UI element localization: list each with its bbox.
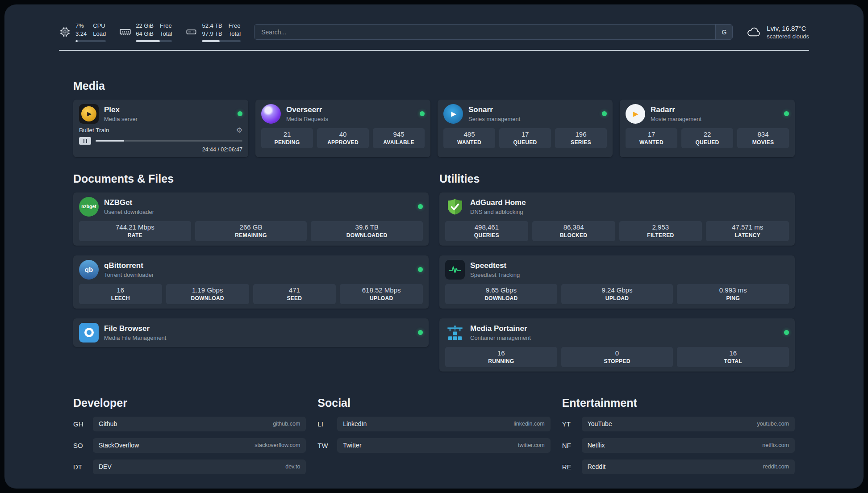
gear-icon[interactable]: ⚙ [236,127,242,134]
seek-bar[interactable] [96,140,242,142]
stat-label: LEECH [81,295,160,301]
stat-download: 9.65 Gbps DOWNLOAD [445,284,557,304]
stat-value: 86,384 [534,223,613,231]
bookmark-netflix[interactable]: NF Netflix netflix.com [562,438,795,453]
stat-wanted: 485 WANTED [443,128,495,148]
service-card-qbittorrent[interactable]: qb qBittorrent Torrent downloader 16 LEE… [73,255,429,309]
stat-label: DOWNLOADED [313,232,421,238]
stat-value: 22 [683,130,731,138]
portainer-crane-icon [445,323,465,343]
bookmark-github[interactable]: GH Github github.com [73,417,306,431]
bookmark-domain: dev.to [285,464,300,470]
pause-button[interactable] [79,137,91,145]
stat-series: 196 SERIES [555,128,607,148]
service-name: NZBGet [104,198,154,207]
bookmark-domain: linkedin.com [513,421,544,427]
memory-free-value: 22 GiB [136,22,154,30]
memory-total-label: Total [160,30,172,38]
bookmark-stackoverflow[interactable]: SO StackOverflow stackoverflow.com [73,438,306,453]
status-online-dot [418,204,423,209]
service-desc: Usenet downloader [104,209,154,215]
service-card-filebrowser[interactable]: File Browser Media File Management [73,318,429,347]
sonarr-icon: ▶ [443,104,463,124]
bookmark-youtube[interactable]: YT YouTube youtube.com [562,417,795,431]
stat-queued: 17 QUEUED [499,128,551,148]
bookmark-twitter[interactable]: TW Twitter twitter.com [317,438,550,453]
stat-value: 2,953 [621,223,701,231]
disk-free-label: Free [229,22,241,30]
service-card-adguard[interactable]: AdGuard Home DNS and adblocking 498,461 … [439,192,795,246]
disk-total-value: 97.9 TB [202,30,222,38]
stat-value: 618.52 Mbps [342,286,421,294]
stat-value: 471 [255,286,334,294]
stat-leech: 16 LEECH [79,284,162,304]
service-desc: Movie management [651,116,701,122]
weather-widget: Lviv, 16.87°C scattered clouds [746,25,809,40]
section-title-utilities: Utilities [439,172,795,185]
stat-label: FILTERED [621,232,701,238]
bookmark-dev[interactable]: DT DEV dev.to [73,460,306,474]
section-utilities: Utilities [439,172,795,372]
service-card-sonarr[interactable]: ▶ Sonarr Series management 485 WANTED 17 [438,100,613,157]
stat-value: 498,461 [447,223,526,231]
adguard-shield-icon [445,197,465,217]
service-card-overseerr[interactable]: Overseerr Media Requests 21 PENDING 40 A… [255,100,430,157]
nzbget-icon: nzbget [79,197,99,217]
bookmark-name: DEV [99,463,112,470]
memory-icon [119,26,131,38]
bookmark-domain: github.com [273,421,300,427]
bookmark-reddit[interactable]: RE Reddit reddit.com [562,460,795,474]
radarr-icon: ▶ [626,104,645,124]
stat-label: STOPPED [563,358,672,364]
stat-label: MOVIES [739,139,787,146]
service-name: File Browser [104,324,166,333]
stat-movies: 834 MOVIES [737,128,789,148]
stat-value: 21 [263,130,311,138]
stat-queries: 498,461 QUERIES [445,221,528,241]
service-desc: DNS and adblocking [470,209,526,215]
stat-label: DOWNLOAD [168,295,247,301]
search-provider-button[interactable]: G [715,25,732,39]
plex-icon: ▶ [79,104,99,124]
stat-value: 17 [627,130,676,138]
stat-ping: 0.993 ms PING [677,284,789,304]
bookmark-abbr: TW [317,442,337,449]
bookmark-name: LinkedIn [343,420,367,427]
section-title-entertainment: Entertainment [562,397,795,409]
service-card-radarr[interactable]: ▶ Radarr Movie management 17 WANTED 22 [620,100,795,157]
search-input[interactable] [255,25,715,39]
bookmark-domain: youtube.com [757,421,789,427]
bookmark-abbr: SO [73,442,93,449]
disk-usage-bar [202,40,241,42]
section-title-documents: Documents & Files [73,172,429,185]
stat-value: 47.571 ms [708,223,787,231]
stat-upload: 618.52 Mbps UPLOAD [340,284,423,304]
service-name: qBittorrent [104,261,154,270]
stat-pending: 21 PENDING [261,128,313,148]
stat-value: 40 [319,130,367,138]
service-card-plex[interactable]: ▶ Plex Media server Bullet Train ⚙ [73,100,248,157]
stat-value: 39.6 TB [313,223,421,231]
service-name: Speedtest [470,261,520,270]
stat-label: TOTAL [679,358,787,364]
status-online-dot [418,330,423,335]
service-card-nzbget[interactable]: nzbget NZBGet Usenet downloader 744.21 M… [73,192,429,246]
service-desc: Media server [104,116,138,122]
section-title-developer: Developer [73,397,306,409]
resource-widgets: 7% 3.24 CPU Load [59,22,241,42]
stat-label: PING [679,295,787,301]
bookmark-name: Github [99,420,117,427]
stat-seed: 471 SEED [253,284,336,304]
memory-usage-bar [136,40,172,42]
bookmark-abbr: DT [73,463,93,471]
stat-blocked: 86,384 BLOCKED [532,221,615,241]
service-card-speedtest[interactable]: Speedtest Speedtest Tracking 9.65 Gbps D… [439,255,795,309]
service-card-portainer[interactable]: Media Portainer Container management 16 … [439,318,795,372]
stat-label: WANTED [445,139,493,146]
stat-available: 945 AVAILABLE [373,128,425,148]
service-name: AdGuard Home [470,198,526,207]
search-bar: G [254,24,733,40]
stat-stopped: 0 STOPPED [561,347,673,367]
bookmark-linkedin[interactable]: LI LinkedIn linkedin.com [317,417,550,431]
bookmark-abbr: NF [562,442,582,449]
